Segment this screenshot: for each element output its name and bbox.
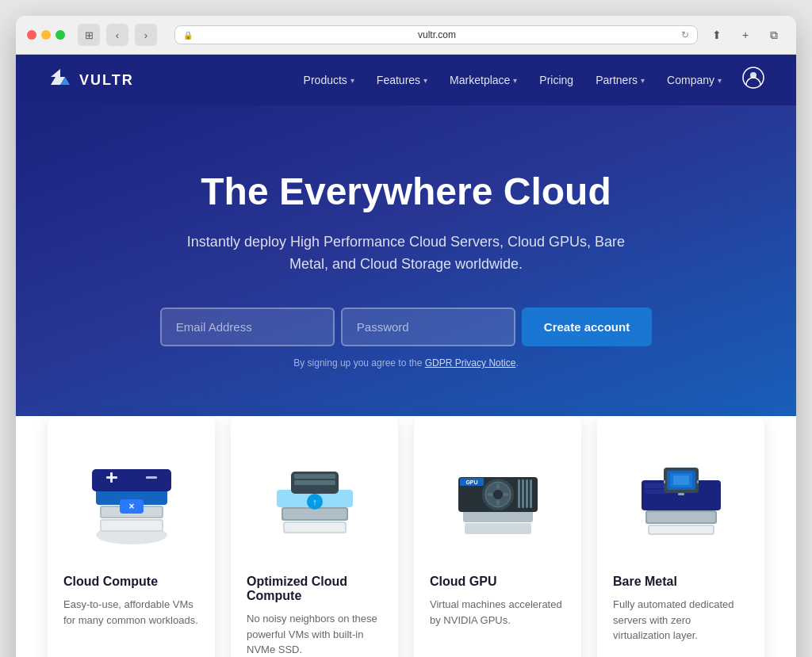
chevron-down-icon: ▾ bbox=[423, 76, 427, 85]
site-nav: VULTR Products ▾ Features ▾ Marketplace … bbox=[16, 55, 796, 105]
product-card-optimized-compute[interactable]: ↑ Optimized Cloud Compute No noisy neigh… bbox=[231, 416, 398, 657]
url-text: vultr.com bbox=[197, 29, 676, 40]
product-card-cloud-compute[interactable]: × Cloud Compute Easy-to-use, affordable … bbox=[48, 416, 215, 657]
lock-icon: 🔒 bbox=[183, 31, 193, 40]
svg-rect-50 bbox=[697, 480, 699, 483]
product-title: Bare Metal bbox=[613, 575, 749, 589]
email-field[interactable] bbox=[160, 307, 335, 346]
svg-text:↑: ↑ bbox=[312, 497, 317, 506]
svg-rect-22 bbox=[294, 474, 335, 479]
hero-subtitle: Instantly deploy High Performance Cloud … bbox=[184, 231, 628, 277]
hero-title: The Everywhere Cloud bbox=[48, 169, 764, 215]
svg-rect-19 bbox=[283, 509, 347, 519]
browser-chrome: ⊞ ‹ › 🔒 vultr.com ↻ ⬆ + ⧉ bbox=[16, 16, 796, 55]
browser-window: ⊞ ‹ › 🔒 vultr.com ↻ ⬆ + ⧉ bbox=[16, 16, 796, 657]
svg-text:×: × bbox=[128, 501, 134, 512]
svg-rect-51 bbox=[678, 493, 684, 495]
svg-rect-39 bbox=[649, 526, 713, 533]
nav-company[interactable]: Company ▾ bbox=[657, 67, 731, 93]
share-button[interactable]: ⬆ bbox=[706, 24, 728, 46]
product-desc: Easy-to-use, affordable VMs for many com… bbox=[63, 597, 199, 628]
chevron-down-icon: ▾ bbox=[513, 76, 517, 85]
svg-rect-35 bbox=[522, 479, 524, 508]
logo-icon bbox=[48, 67, 73, 93]
nav-products[interactable]: Products ▾ bbox=[294, 67, 364, 93]
hero-section: The Everywhere Cloud Instantly deploy Hi… bbox=[16, 105, 796, 464]
optimized-compute-illustration: ↑ bbox=[247, 440, 382, 559]
product-desc: No noisy neighbors on these powerful VMs… bbox=[247, 611, 382, 657]
chevron-down-icon: ▾ bbox=[718, 76, 722, 85]
maximize-button[interactable] bbox=[56, 30, 65, 40]
gdpr-link[interactable]: GDPR Privacy Notice bbox=[425, 357, 516, 369]
gdpr-notice: By signing up you agree to the GDPR Priv… bbox=[48, 357, 764, 369]
product-desc: Fully automated dedicated servers with z… bbox=[613, 597, 749, 644]
svg-rect-37 bbox=[530, 479, 532, 508]
address-bar[interactable]: 🔒 vultr.com ↻ bbox=[174, 25, 698, 44]
browser-nav: ⊞ ‹ › bbox=[78, 24, 157, 46]
reload-icon[interactable]: ↻ bbox=[681, 29, 689, 40]
product-title: Cloud GPU bbox=[430, 575, 565, 589]
svg-rect-10 bbox=[92, 469, 171, 491]
back-button[interactable]: ‹ bbox=[106, 24, 128, 46]
products-grid: × Cloud Compute Easy-to-use, affordable … bbox=[48, 416, 764, 657]
logo[interactable]: VULTR bbox=[48, 67, 134, 93]
hero-form: Create account bbox=[48, 307, 764, 346]
minimize-button[interactable] bbox=[41, 30, 51, 40]
tab-grid-icon[interactable]: ⊞ bbox=[78, 24, 100, 46]
chevron-down-icon: ▾ bbox=[350, 76, 354, 85]
product-title: Cloud Compute bbox=[63, 575, 199, 589]
nav-links: Products ▾ Features ▾ Marketplace ▾ Pric… bbox=[294, 67, 764, 94]
cloud-compute-illustration: × bbox=[63, 440, 199, 559]
svg-rect-34 bbox=[518, 479, 520, 508]
svg-rect-48 bbox=[673, 476, 689, 485]
product-desc: Virtual machines accelerated by NVIDIA G… bbox=[430, 597, 565, 628]
tabs-button[interactable]: ⧉ bbox=[763, 24, 785, 46]
svg-rect-6 bbox=[102, 521, 162, 530]
nav-marketplace[interactable]: Marketplace ▾ bbox=[440, 67, 527, 93]
nav-features[interactable]: Features ▾ bbox=[367, 67, 437, 93]
svg-text:GPU: GPU bbox=[465, 479, 477, 485]
password-field[interactable] bbox=[341, 307, 515, 346]
svg-rect-23 bbox=[294, 480, 335, 485]
bare-metal-illustration bbox=[613, 440, 749, 559]
add-tab-button[interactable]: + bbox=[734, 24, 756, 46]
cloud-gpu-illustration: GPU bbox=[430, 440, 565, 559]
traffic-lights bbox=[27, 30, 65, 40]
forward-button[interactable]: › bbox=[135, 24, 157, 46]
logo-text: VULTR bbox=[79, 72, 134, 89]
svg-rect-36 bbox=[526, 479, 528, 508]
product-title: Optimized Cloud Compute bbox=[247, 575, 382, 603]
nav-pricing[interactable]: Pricing bbox=[530, 67, 583, 93]
products-section: × Cloud Compute Easy-to-use, affordable … bbox=[16, 416, 796, 657]
svg-rect-49 bbox=[664, 480, 665, 483]
site-content: VULTR Products ▾ Features ▾ Marketplace … bbox=[16, 55, 796, 657]
svg-rect-26 bbox=[465, 523, 531, 534]
close-button[interactable] bbox=[27, 30, 36, 40]
svg-point-31 bbox=[493, 490, 503, 499]
browser-actions: ⬆ + ⧉ bbox=[706, 24, 785, 46]
create-account-button[interactable]: Create account bbox=[522, 307, 652, 346]
chevron-down-icon: ▾ bbox=[641, 76, 645, 85]
svg-rect-17 bbox=[285, 523, 345, 532]
svg-rect-41 bbox=[647, 512, 715, 522]
browser-titlebar: ⊞ ‹ › 🔒 vultr.com ↻ ⬆ + ⧉ bbox=[27, 24, 785, 46]
svg-rect-13 bbox=[146, 476, 157, 479]
user-account-icon[interactable] bbox=[742, 67, 764, 94]
product-card-cloud-gpu[interactable]: GPU Cloud GPU Virtual machines accelerat… bbox=[414, 416, 581, 657]
nav-partners[interactable]: Partners ▾ bbox=[586, 67, 654, 93]
svg-rect-12 bbox=[110, 472, 113, 483]
product-card-bare-metal[interactable]: Bare Metal Fully automated dedicated ser… bbox=[597, 416, 764, 657]
